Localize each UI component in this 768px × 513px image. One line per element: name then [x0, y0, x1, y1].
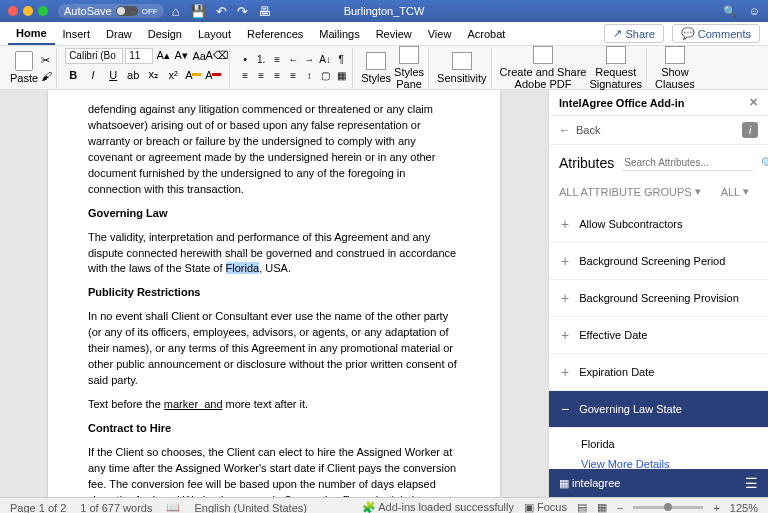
- sort-icon[interactable]: A↓: [318, 53, 332, 67]
- attribute-item[interactable]: +Effective Date: [549, 317, 768, 354]
- attributes-header: Atributes 🔍: [549, 145, 768, 181]
- show-marks-icon[interactable]: ¶: [334, 53, 348, 67]
- highlighted-text: Florida: [226, 262, 260, 274]
- tab-design[interactable]: Design: [140, 24, 190, 44]
- close-addin-icon[interactable]: ✕: [749, 96, 758, 109]
- search-icon[interactable]: 🔍: [761, 157, 768, 170]
- filter-all[interactable]: ALL▾: [721, 185, 750, 198]
- font-family-select[interactable]: [65, 48, 123, 64]
- autosave-toggle[interactable]: AutoSave OFF: [58, 4, 164, 18]
- redo-icon[interactable]: ↷: [237, 4, 248, 19]
- close-window-icon[interactable]: [8, 6, 18, 16]
- page-indicator[interactable]: Page 1 of 2: [10, 502, 66, 514]
- tab-mailings[interactable]: Mailings: [311, 24, 367, 44]
- attribute-item[interactable]: +Expiration Date: [549, 354, 768, 391]
- language-indicator[interactable]: English (United States): [194, 502, 307, 514]
- plus-icon: +: [561, 327, 569, 343]
- minus-icon: −: [561, 401, 569, 417]
- increase-font-icon[interactable]: A▴: [155, 48, 171, 64]
- bold-button[interactable]: B: [65, 67, 81, 83]
- line-spacing-icon[interactable]: ↕: [302, 69, 316, 83]
- print-icon[interactable]: 🖶: [258, 4, 271, 19]
- body-text: defending against any litigation commenc…: [88, 102, 460, 198]
- tab-references[interactable]: References: [239, 24, 311, 44]
- multilevel-icon[interactable]: ≡: [270, 53, 284, 67]
- attribute-item[interactable]: +Background Screening Period: [549, 243, 768, 280]
- addin-footer: ▦ intelagree ☰: [549, 469, 768, 497]
- create-share-pdf-button[interactable]: Create and Share Adobe PDF: [500, 46, 587, 90]
- page-1[interactable]: defending against any litigation commenc…: [48, 90, 500, 497]
- paste-button[interactable]: Paste: [10, 51, 38, 84]
- sensitivity-button[interactable]: Sensitivity: [437, 52, 487, 84]
- superscript-button[interactable]: x²: [165, 67, 181, 83]
- zoom-out-icon[interactable]: −: [617, 502, 623, 514]
- italic-button[interactable]: I: [85, 67, 101, 83]
- show-clauses-button[interactable]: Show Clauses: [655, 46, 695, 90]
- sensitivity-icon: [452, 52, 472, 70]
- align-center-icon[interactable]: ≡: [254, 69, 268, 83]
- zoom-slider[interactable]: [633, 506, 703, 509]
- spellcheck-icon[interactable]: 📖: [166, 501, 180, 513]
- align-right-icon[interactable]: ≡: [270, 69, 284, 83]
- document-canvas[interactable]: defending against any litigation commenc…: [0, 90, 548, 497]
- plus-icon: +: [561, 364, 569, 380]
- align-left-icon[interactable]: ≡: [238, 69, 252, 83]
- maximize-window-icon[interactable]: [38, 6, 48, 16]
- cut-icon[interactable]: ✂: [41, 54, 52, 67]
- highlight-button[interactable]: A: [185, 67, 201, 83]
- menu-icon[interactable]: ☰: [745, 475, 758, 491]
- addin-title: IntelAgree Office Add-in: [559, 97, 685, 109]
- attribute-item[interactable]: +Allow Subcontractors: [549, 206, 768, 243]
- home-icon[interactable]: ⌂: [172, 4, 180, 19]
- justify-icon[interactable]: ≡: [286, 69, 300, 83]
- search-icon[interactable]: 🔍: [723, 5, 737, 18]
- undo-icon[interactable]: ↶: [216, 4, 227, 19]
- attribute-item[interactable]: +Background Screening Provision: [549, 280, 768, 317]
- save-icon[interactable]: 💾: [190, 4, 206, 19]
- decrease-font-icon[interactable]: A▾: [173, 48, 189, 64]
- word-count[interactable]: 1 of 677 words: [80, 502, 152, 514]
- font-color-button[interactable]: A: [205, 67, 221, 83]
- tab-layout[interactable]: Layout: [190, 24, 239, 44]
- increase-indent-icon[interactable]: →: [302, 53, 316, 67]
- tab-review[interactable]: Review: [368, 24, 420, 44]
- comments-button[interactable]: 💬Comments: [672, 24, 760, 43]
- autosave-label: AutoSave: [64, 5, 112, 17]
- font-size-select[interactable]: [125, 48, 153, 64]
- styles-pane-button[interactable]: Styles Pane: [394, 46, 424, 90]
- tab-home[interactable]: Home: [8, 23, 55, 45]
- strikethrough-button[interactable]: ab: [125, 67, 141, 83]
- info-icon[interactable]: i: [742, 122, 758, 138]
- minimize-window-icon[interactable]: [23, 6, 33, 16]
- view-print-icon[interactable]: ▤: [577, 501, 587, 513]
- tab-view[interactable]: View: [420, 24, 460, 44]
- request-signatures-button[interactable]: Request Signatures: [589, 46, 642, 90]
- subscript-button[interactable]: x₂: [145, 67, 161, 83]
- focus-mode[interactable]: ▣ Focus: [524, 501, 567, 513]
- attribute-item-selected[interactable]: −Governing Law State: [549, 391, 768, 428]
- share-button[interactable]: ↗Share: [604, 24, 663, 43]
- account-icon[interactable]: ☺: [749, 5, 760, 18]
- decrease-indent-icon[interactable]: ←: [286, 53, 300, 67]
- back-button[interactable]: ← Back i: [549, 116, 768, 145]
- styles-button[interactable]: Styles: [361, 52, 391, 84]
- zoom-in-icon[interactable]: +: [713, 502, 719, 514]
- tab-draw[interactable]: Draw: [98, 24, 140, 44]
- autosave-state: OFF: [142, 7, 158, 16]
- tab-insert[interactable]: Insert: [55, 24, 99, 44]
- underline-button[interactable]: U: [105, 67, 121, 83]
- filter-groups[interactable]: ALL ATTRIBUTE GROUPS▾: [559, 185, 701, 198]
- titlebar-right: 🔍 ☺: [723, 5, 760, 18]
- borders-icon[interactable]: ▦: [334, 69, 348, 83]
- addins-status[interactable]: 🧩 Add-ins loaded successfully: [362, 501, 514, 513]
- view-web-icon[interactable]: ▦: [597, 501, 607, 513]
- search-attributes-input[interactable]: [622, 155, 753, 171]
- bullets-icon[interactable]: •: [238, 53, 252, 67]
- format-painter-icon[interactable]: 🖌: [41, 70, 52, 82]
- zoom-level[interactable]: 125%: [730, 502, 758, 514]
- view-more-link[interactable]: View More Details: [581, 458, 736, 469]
- shading-icon[interactable]: ▢: [318, 69, 332, 83]
- clear-format-icon[interactable]: A⌫: [209, 48, 225, 64]
- tab-acrobat[interactable]: Acrobat: [459, 24, 513, 44]
- numbering-icon[interactable]: 1.: [254, 53, 268, 67]
